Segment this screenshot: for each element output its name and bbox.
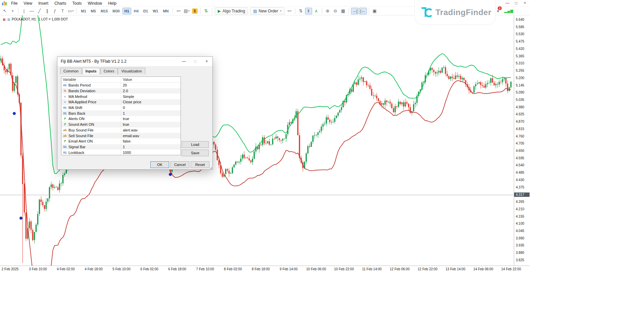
param-row[interactable]: 01Lookback1000 [61, 150, 181, 155]
time-axis-label[interactable]: 4 Feb 02:00 [57, 267, 75, 271]
time-axis-label[interactable]: 4 Feb 18:00 [85, 267, 102, 271]
menu-insert[interactable]: Insert [35, 0, 51, 6]
algo-trading-button[interactable]: ▶Algo Trading [215, 7, 248, 14]
timeframe-d1[interactable]: D1 [141, 8, 150, 14]
trendline-tool[interactable]: ╱ [36, 8, 43, 14]
param-row[interactable]: abBuy Sound Filealert.wav [61, 127, 181, 133]
window-maximize-button[interactable]: □ [513, 0, 519, 6]
grid-tool[interactable]: ▦ [340, 8, 347, 14]
text-tool[interactable]: T [59, 8, 66, 14]
param-value[interactable]: 1 [121, 144, 181, 150]
param-value[interactable]: 2.0 [121, 88, 181, 94]
time-axis-label[interactable]: 11 Feb 14:00 [362, 267, 382, 271]
menu-view[interactable]: View [20, 0, 35, 6]
buy-sell-arrows-tool[interactable]: ⇅ [203, 8, 210, 14]
price-axis[interactable]: 4.317 5.6405.5855.5305.4755.4205.3655.31… [514, 15, 529, 266]
menu-charts[interactable]: Charts [51, 0, 69, 6]
param-value[interactable]: true [121, 116, 181, 122]
tab-colors[interactable]: Colors [100, 68, 118, 74]
param-value[interactable]: false [121, 138, 181, 144]
crosshair-tool[interactable]: + [9, 8, 16, 14]
param-value[interactable]: email.wav [121, 133, 181, 138]
tab-inputs[interactable]: Inputs [82, 68, 100, 74]
param-row[interactable]: 01Bands Period20 [61, 82, 181, 88]
param-value[interactable]: 1000 [121, 150, 181, 155]
time-axis-label[interactable]: 13 Feb 14:00 [446, 267, 465, 271]
time-axis-label[interactable]: 14 Feb 22:00 [501, 267, 521, 271]
time-axis-label[interactable]: 7 Feb 10:00 [196, 267, 214, 271]
param-value[interactable]: 1 [121, 110, 181, 116]
horizontal-line-tool[interactable]: — [28, 8, 35, 14]
param-value[interactable]: alert.wav [121, 127, 181, 133]
time-axis-label[interactable]: 8 Feb 18:00 [252, 267, 269, 271]
param-row[interactable]: 01MA Shift0 [61, 105, 181, 111]
vertical-line-tool[interactable]: | [20, 8, 28, 14]
timeframe-h4[interactable]: H4 [132, 8, 141, 14]
param-row[interactable]: ½Bands Deviation2.0 [61, 88, 181, 94]
shapes-tool[interactable]: ▭▾ [67, 8, 75, 14]
deposit-tool[interactable]: $ [192, 8, 198, 14]
new-order-button[interactable]: ▤New Order▾ [250, 7, 284, 14]
timeframe-mn[interactable]: MN [161, 8, 170, 14]
param-row[interactable]: ↱Sound Aelrt ONtrue [61, 122, 181, 127]
time-axis-label[interactable]: 9 Feb 14:00 [280, 267, 297, 271]
window-close-button[interactable]: × [522, 0, 528, 6]
period-separators-tool[interactable]: ‖ [305, 8, 312, 14]
menu-tools[interactable]: Tools [69, 0, 85, 6]
template-tool[interactable]: ▤▾ [183, 8, 190, 14]
depth-of-market-tool[interactable]: ⇅ [297, 8, 304, 14]
cursor-tool[interactable]: ↖ [1, 8, 8, 14]
time-axis-label[interactable]: 6 Feb 02:00 [140, 267, 158, 271]
tick-chart-tool[interactable]: ≈▾ [286, 8, 293, 14]
load-button[interactable]: Load [182, 141, 209, 148]
timeframe-w1[interactable]: W1 [151, 8, 160, 14]
screenshot-tool[interactable]: ▣ [371, 8, 378, 14]
menu-file[interactable]: File [8, 0, 20, 6]
param-row[interactable]: ↱Alerts ONtrue [61, 116, 181, 122]
param-value[interactable]: true [121, 122, 181, 127]
zigzag-tool[interactable]: ∧ [313, 8, 320, 14]
cancel-button[interactable]: Cancel [170, 161, 189, 168]
param-row[interactable]: ≡MA MethodSimple [61, 94, 181, 99]
save-button[interactable]: Save [182, 150, 209, 156]
param-row[interactable]: 01Bars Back1 [61, 110, 181, 116]
dialog-minimize-button[interactable]: — [178, 57, 190, 66]
timeframe-m30[interactable]: M30 [110, 8, 121, 14]
time-axis-label[interactable]: 2 Feb 2025 [2, 267, 19, 271]
dialog-close-button[interactable]: × [201, 57, 212, 66]
ok-button[interactable]: OK [150, 161, 169, 168]
resize-grip[interactable]: ◢ [210, 166, 212, 169]
time-axis-label[interactable]: 10 Feb 06:00 [306, 267, 326, 271]
tab-visualization[interactable]: Visualization [118, 68, 145, 74]
param-row[interactable]: 01Signal Bar1 [61, 144, 181, 150]
param-row[interactable]: ≡MA Applied PriceClose price [61, 99, 181, 105]
time-axis-label[interactable]: 12 Feb 06:00 [390, 267, 410, 271]
time-axis-label[interactable]: 14 Feb 06:00 [474, 267, 493, 271]
param-value[interactable]: 20 [121, 82, 181, 88]
menu-window[interactable]: Window [85, 0, 105, 6]
scroll-to-end-tool[interactable]: →| [351, 8, 358, 14]
timeframe-h1[interactable]: H1 [122, 8, 131, 14]
tab-common[interactable]: Common [60, 68, 82, 74]
notifications-icon[interactable]: ●1 [497, 8, 499, 13]
dialog-maximize-button[interactable]: □ [190, 57, 201, 66]
time-axis-label[interactable]: 8 Feb 02:00 [224, 267, 242, 271]
timeframe-m15[interactable]: M15 [99, 8, 110, 14]
zoom-in-tool[interactable]: ⊕ [324, 8, 331, 14]
equidistant-channel-tool[interactable]: ∥ [44, 8, 51, 14]
param-value[interactable]: 0 [121, 105, 181, 111]
time-axis-label[interactable]: 12 Feb 22:00 [418, 267, 438, 271]
window-minimize-button[interactable]: — [505, 0, 510, 6]
time-axis-label[interactable]: 5 Feb 10:00 [112, 267, 130, 271]
param-value[interactable]: Simple [121, 94, 181, 99]
reset-button[interactable]: Reset [191, 161, 209, 168]
param-row[interactable]: abSell Sound Fileemail.wav [61, 133, 181, 138]
time-axis[interactable]: 2 Feb 20253 Feb 10:004 Feb 02:004 Feb 18… [0, 266, 530, 272]
chart-type-tool[interactable]: ≈▾ [175, 8, 182, 14]
fibonacci-tool[interactable]: ƒ [51, 8, 58, 14]
dialog-title-bar[interactable]: Fiji BB Alert MT5 - By TFlab V1.2 1.2 —□… [57, 57, 212, 66]
zoom-out-tool[interactable]: ⊖ [332, 8, 339, 14]
timeframe-m5[interactable]: M5 [89, 8, 98, 14]
time-axis-label[interactable]: 3 Feb 10:00 [29, 267, 47, 271]
time-axis-label[interactable]: 10 Feb 22:00 [334, 267, 354, 271]
